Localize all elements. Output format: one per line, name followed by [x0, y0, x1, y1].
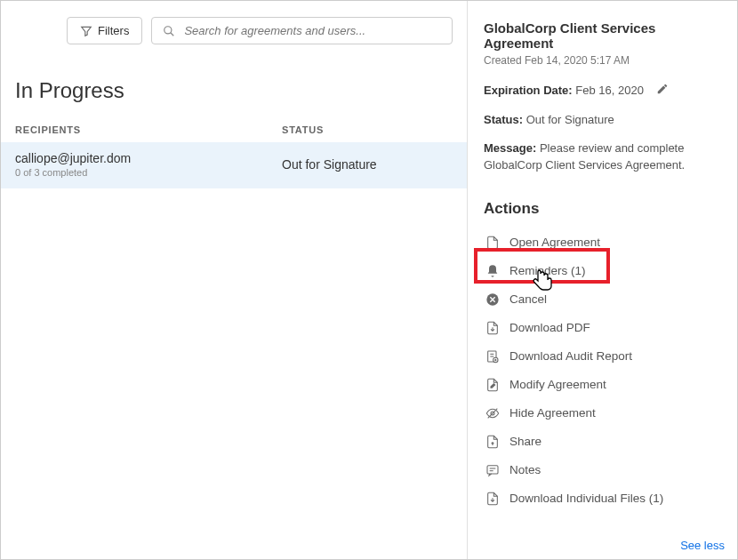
main-panel: Filters In Progress RECIPIENTS STATUS ca… — [1, 1, 468, 559]
action-share[interactable]: Share — [484, 428, 721, 456]
search-box[interactable] — [151, 17, 453, 44]
pencil-icon — [656, 83, 669, 95]
action-download-audit[interactable]: Download Audit Report — [484, 342, 721, 371]
action-label: Modify Agreement — [509, 378, 606, 391]
download-files-icon — [485, 492, 500, 506]
recipient-email: calliope@jupiter.dom — [15, 151, 282, 165]
actions-header: Actions — [484, 200, 721, 218]
status-label: Status: — [484, 113, 523, 126]
see-less-link[interactable]: See less — [680, 539, 725, 552]
message-row: Message: Please review and complete Glob… — [484, 140, 721, 172]
expiration-row: Expiration Date: Feb 16, 2020 — [484, 83, 721, 100]
doc-title: GlobalCorp Client Services Agreement — [484, 20, 721, 51]
action-cancel[interactable]: Cancel — [484, 285, 721, 314]
status-row: Status: Out for Signature — [484, 112, 721, 128]
detail-panel: GlobalCorp Client Services Agreement Cre… — [468, 1, 737, 559]
search-input[interactable] — [184, 24, 441, 37]
action-label: Cancel — [509, 292, 547, 306]
action-label: Open Agreement — [509, 236, 600, 249]
message-label: Message: — [484, 141, 536, 155]
funnel-icon — [80, 25, 92, 37]
action-label: Reminders (1) — [509, 264, 586, 277]
recipient-progress: 0 of 3 completed — [15, 167, 282, 178]
col-header-recipients: RECIPIENTS — [15, 124, 282, 135]
action-download-pdf[interactable]: Download PDF — [484, 314, 721, 342]
svg-rect-9 — [487, 465, 498, 473]
filters-button[interactable]: Filters — [67, 17, 142, 44]
action-notes[interactable]: Notes — [484, 456, 721, 484]
action-label: Download PDF — [509, 321, 590, 334]
action-label: Download Individual Files (1) — [509, 492, 663, 505]
modify-icon — [485, 378, 500, 392]
edit-expiration-button[interactable] — [656, 83, 669, 100]
audit-report-icon — [485, 349, 500, 364]
expiration-label: Expiration Date: — [484, 84, 573, 97]
action-hide-agreement[interactable]: Hide Agreement — [484, 399, 721, 428]
filters-label: Filters — [98, 24, 129, 37]
action-label: Notes — [509, 463, 541, 476]
cancel-icon — [485, 292, 500, 307]
action-label: Hide Agreement — [509, 406, 596, 420]
action-modify-agreement[interactable]: Modify Agreement — [484, 371, 721, 399]
section-title: In Progress — [1, 60, 467, 117]
table-header: RECIPIENTS STATUS — [1, 117, 467, 142]
action-download-individual[interactable]: Download Individual Files (1) — [484, 484, 721, 513]
search-icon — [163, 25, 175, 37]
notes-icon — [485, 463, 500, 477]
doc-created: Created Feb 14, 2020 5:17 AM — [484, 54, 721, 67]
expiration-value: Feb 16, 2020 — [575, 84, 644, 97]
action-label: Share — [509, 435, 541, 448]
share-icon — [485, 435, 500, 449]
eye-off-icon — [485, 406, 500, 420]
action-reminders[interactable]: Reminders (1) — [484, 257, 721, 285]
table-row[interactable]: calliope@jupiter.dom 0 of 3 completed Ou… — [1, 142, 467, 188]
document-icon — [485, 236, 500, 250]
action-label: Download Audit Report — [509, 349, 632, 363]
download-pdf-icon — [485, 321, 500, 335]
action-open-agreement[interactable]: Open Agreement — [484, 228, 721, 257]
toolbar: Filters — [1, 17, 467, 60]
status-value: Out for Signature — [526, 113, 614, 126]
svg-point-0 — [164, 26, 172, 33]
row-status: Out for Signature — [282, 157, 453, 172]
svg-line-1 — [171, 32, 174, 36]
bell-icon — [485, 264, 500, 278]
col-header-status: STATUS — [282, 124, 453, 135]
